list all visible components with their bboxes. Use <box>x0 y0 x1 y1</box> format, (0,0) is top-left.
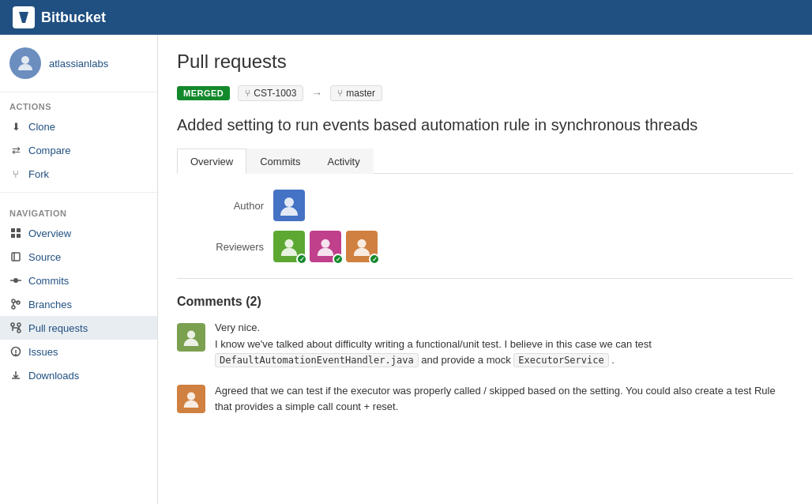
svg-point-18 <box>16 355 17 355</box>
sidebar-item-branches[interactable]: Branches <box>0 292 157 316</box>
sidebar-item-overview[interactable]: Overview <box>0 221 157 245</box>
svg-point-19 <box>284 197 294 207</box>
sidebar-item-fork[interactable]: ⑂ Fork <box>0 162 157 186</box>
sidebar-item-label: Source <box>28 251 61 263</box>
overview-icon <box>9 227 22 239</box>
sidebar: atlassianlabs ACTIONS ⬇ Clone ⇄ Compare … <box>0 35 158 504</box>
commits-icon <box>9 274 22 287</box>
source-icon <box>9 250 22 263</box>
sidebar-item-label: Issues <box>28 346 58 358</box>
sidebar-item-label: Compare <box>28 145 70 156</box>
pull-requests-icon <box>9 322 22 334</box>
sidebar-item-label: Downloads <box>28 370 79 382</box>
svg-point-21 <box>321 239 329 248</box>
content-area: Pull requests MERGED ⑂ CST-1003 → ⑂ mast… <box>158 35 812 504</box>
pr-title: Added setting to run events based automa… <box>177 114 793 136</box>
sidebar-item-commits[interactable]: Commits <box>0 269 157 292</box>
comment-1-code-1: DefaultAutomationEventHandler.java <box>215 353 419 367</box>
branches-icon <box>9 298 22 310</box>
svg-rect-1 <box>11 228 15 232</box>
comment-2-text: Agreed that we can test if the executor … <box>215 383 793 414</box>
svg-rect-5 <box>12 253 20 261</box>
sidebar-item-label: Branches <box>28 299 72 310</box>
comment-1-first-line: Very nice. <box>215 322 793 333</box>
page-title: Pull requests <box>177 51 793 73</box>
logo[interactable]: Bitbucket <box>13 6 106 28</box>
logo-icon <box>13 6 35 28</box>
svg-point-11 <box>12 306 15 309</box>
sidebar-item-clone[interactable]: ⬇ Clone <box>0 115 157 138</box>
author-avatars <box>273 190 305 221</box>
main-layout: atlassianlabs ACTIONS ⬇ Clone ⇄ Compare … <box>0 35 812 504</box>
tab-activity[interactable]: Activity <box>314 149 373 174</box>
pr-meta: MERGED ⑂ CST-1003 → ⑂ master <box>177 85 793 101</box>
sidebar-username: atlassianlabs <box>49 58 108 70</box>
section-divider <box>177 278 793 279</box>
logo-text: Bitbucket <box>41 9 106 26</box>
nav-section-title: NAVIGATION <box>0 199 157 221</box>
reviewers-avatars: ✓ ✓ <box>273 231 378 262</box>
downloads-icon <box>9 369 22 382</box>
sidebar-item-issues[interactable]: Issues <box>0 340 157 363</box>
source-branch-name: CST-1003 <box>254 88 296 99</box>
reviewers-row: Reviewers ✓ <box>177 231 793 262</box>
comment-1-text: I know we've talked about difficulty wri… <box>215 337 793 367</box>
comment-2: Agreed that we can test if the executor … <box>177 383 793 414</box>
reviewer-3-wrap: ✓ <box>346 231 378 262</box>
comment-1-code-2: ExecutorService <box>513 353 608 367</box>
tab-commits[interactable]: Commits <box>246 149 314 174</box>
sidebar-item-label: Pull requests <box>28 322 88 334</box>
target-branch-name: master <box>346 88 375 99</box>
comment-2-body: Agreed that we can test if the executor … <box>215 383 793 414</box>
author-avatar-wrap <box>273 190 305 221</box>
svg-point-0 <box>21 56 29 64</box>
comment-1-mid-text: and provide a mock <box>421 354 513 366</box>
sidebar-item-compare[interactable]: ⇄ Compare <box>0 138 157 162</box>
svg-rect-2 <box>17 228 21 232</box>
arrow-icon: → <box>311 87 322 100</box>
reviewer-2-wrap: ✓ <box>310 231 341 262</box>
comment-1: Very nice. I know we've talked about dif… <box>177 322 793 367</box>
fork-icon: ⑂ <box>9 167 22 180</box>
sidebar-item-source[interactable]: Source <box>0 245 157 269</box>
svg-rect-4 <box>17 234 21 238</box>
issues-icon <box>9 345 22 358</box>
sidebar-item-label: Overview <box>28 228 71 239</box>
comment-2-avatar <box>177 385 205 413</box>
svg-point-15 <box>17 323 21 326</box>
divider <box>0 192 157 193</box>
actions-section-title: ACTIONS <box>0 92 157 115</box>
comments-title: Comments (2) <box>177 295 793 309</box>
author-label: Author <box>193 200 264 212</box>
tab-overview[interactable]: Overview <box>177 149 246 174</box>
svg-point-20 <box>284 239 293 248</box>
branch-icon: ⑂ <box>245 88 250 99</box>
svg-point-23 <box>187 331 195 339</box>
svg-point-22 <box>357 239 366 248</box>
compare-icon: ⇄ <box>9 144 22 156</box>
reviewer-1-wrap: ✓ <box>273 231 305 262</box>
comment-1-avatar <box>177 323 205 352</box>
sidebar-user[interactable]: atlassianlabs <box>0 35 157 92</box>
clone-icon: ⬇ <box>9 120 22 133</box>
reviewers-label: Reviewers <box>193 241 264 253</box>
comment-1-body: Very nice. I know we've talked about dif… <box>215 322 793 367</box>
sidebar-item-label: Fork <box>28 168 49 180</box>
tabs: Overview Commits Activity <box>177 149 793 174</box>
svg-rect-3 <box>11 234 15 238</box>
target-branch-icon: ⑂ <box>337 88 343 99</box>
author-row: Author <box>177 190 793 221</box>
author-avatar <box>273 190 305 221</box>
svg-point-24 <box>187 393 195 401</box>
avatar <box>9 47 41 79</box>
top-navigation: Bitbucket <box>0 0 812 35</box>
merged-badge: MERGED <box>177 86 230 100</box>
sidebar-item-downloads[interactable]: Downloads <box>0 363 157 387</box>
reviewer-1-check: ✓ <box>296 254 307 265</box>
svg-point-7 <box>13 278 18 283</box>
comment-1-end-text: . <box>611 354 615 366</box>
svg-point-13 <box>11 323 14 326</box>
sidebar-item-label: Commits <box>28 275 69 287</box>
sidebar-item-pull-requests[interactable]: Pull requests <box>0 316 157 340</box>
reviewer-3-check: ✓ <box>369 254 380 265</box>
